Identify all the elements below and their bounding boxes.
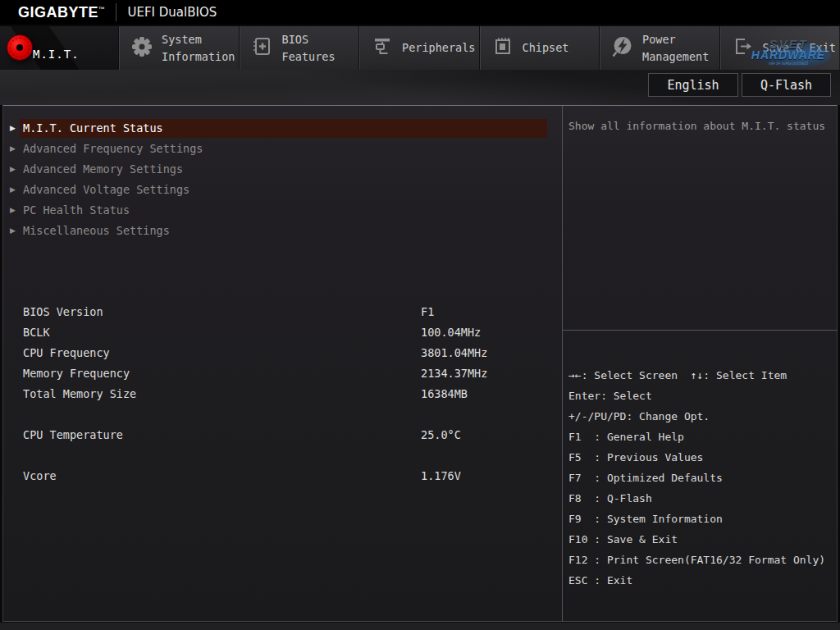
info-row-total-memory-size: Total Memory Size 16384MB xyxy=(3,384,562,404)
qflash-button[interactable]: Q-Flash xyxy=(742,73,831,97)
bottom-edge-strip xyxy=(0,623,840,630)
key-help-line: F9 : System Information xyxy=(568,509,837,529)
system-status-readouts: BIOS Version F1 BCLK 100.04MHz CPU Frequ… xyxy=(3,302,562,486)
menu-item-advanced-memory-settings[interactable]: ▶ Advanced Memory Settings xyxy=(3,159,562,180)
tab-label: System Information xyxy=(162,31,232,66)
status-value: 2134.37MHz xyxy=(421,363,487,384)
tab-label: M.I.T. xyxy=(33,46,80,64)
submenu-arrow-icon: ▶ xyxy=(10,159,16,180)
bios-chip-icon xyxy=(250,34,275,62)
key-help-line: →←: Select Screen ↑↓: Select Item xyxy=(568,365,837,386)
submenu-arrow-icon: ▶ xyxy=(10,118,16,139)
key-help-list: →←: Select Screen ↑↓: Select Item Enter:… xyxy=(563,331,837,591)
tab-chipset[interactable]: Chipset xyxy=(480,26,600,70)
info-row-bclk: BCLK 100.04MHz xyxy=(3,322,562,343)
menu-item-pc-health-status[interactable]: ▶ PC Health Status xyxy=(3,200,562,221)
key-help-line: Enter: Select xyxy=(568,386,837,406)
key-help-line: F7 : Optimized Defaults xyxy=(568,468,837,488)
key-help-line: F10 : Save & Exit xyxy=(568,529,837,550)
status-value: 3801.04MHz xyxy=(421,343,487,363)
submenu-arrow-icon: ▶ xyxy=(10,200,16,221)
status-value: 1.176V xyxy=(421,466,461,486)
info-row-bios-version: BIOS Version F1 xyxy=(3,302,562,322)
submenu-arrow-icon: ▶ xyxy=(10,139,16,159)
main-tab-bar: M.I.T. System Information xyxy=(0,26,840,70)
gauge-icon xyxy=(7,35,32,60)
sub-header-strip: English Q-Flash xyxy=(0,70,840,105)
settings-panel: ▶ M.I.T. Current Status ▶ Advanced Frequ… xyxy=(3,106,562,621)
tab-label: BIOS Features xyxy=(282,31,340,66)
tab-peripherals[interactable]: Peripherals xyxy=(359,26,480,70)
mit-menu-list: ▶ M.I.T. Current Status ▶ Advanced Frequ… xyxy=(3,118,562,241)
key-help-line: ESC : Exit xyxy=(568,570,837,591)
tab-power-management[interactable]: Power Management xyxy=(600,26,720,70)
status-value: 100.04MHz xyxy=(421,322,481,343)
info-row-memory-frequency: Memory Frequency 2134.37MHz xyxy=(3,363,562,384)
key-help-line: F12 : Print Screen(FAT16/32 Format Only) xyxy=(568,550,837,570)
submenu-arrow-icon: ▶ xyxy=(10,221,16,241)
bios-title: UEFI DualBIOS xyxy=(128,5,217,20)
info-row-cpu-temperature: CPU Temperature 25.0°C xyxy=(3,425,562,445)
trademark-symbol: ™ xyxy=(98,6,106,13)
tab-label: Peripherals xyxy=(402,39,475,57)
main-content-area: ▶ M.I.T. Current Status ▶ Advanced Frequ… xyxy=(2,105,838,622)
exit-door-icon xyxy=(731,34,756,62)
tab-mit[interactable]: M.I.T. xyxy=(0,26,119,70)
key-help-line: F8 : Q-Flash xyxy=(568,488,837,509)
tab-save-exit[interactable]: Save & Exit xyxy=(720,26,840,70)
info-row-vcore: Vcore 1.176V xyxy=(3,466,562,486)
tab-label: Chipset xyxy=(523,39,569,57)
item-description: Show all information about M.I.T. status xyxy=(563,106,837,331)
tab-bios-features[interactable]: BIOS Features xyxy=(240,26,360,70)
key-help-line: F1 : General Help xyxy=(568,427,837,447)
language-button[interactable]: English xyxy=(648,73,738,97)
key-help-line: +/-/PU/PD: Change Opt. xyxy=(568,406,837,427)
tab-label: Power Management xyxy=(642,31,718,66)
power-bolt-icon xyxy=(610,34,635,62)
gigabyte-logo: GIGABYTE™ xyxy=(18,4,106,21)
status-value: 16384MB xyxy=(421,384,468,404)
peripheral-device-icon xyxy=(370,34,395,62)
submenu-arrow-icon: ▶ xyxy=(10,180,16,200)
menu-item-miscellaneous-settings[interactable]: ▶ Miscellaneous Settings xyxy=(3,221,562,241)
menu-item-mit-current-status[interactable]: ▶ M.I.T. Current Status xyxy=(3,118,562,139)
menu-item-advanced-voltage-settings[interactable]: ▶ Advanced Voltage Settings xyxy=(3,180,562,200)
menu-item-advanced-frequency-settings[interactable]: ▶ Advanced Frequency Settings xyxy=(3,139,562,159)
status-value: 25.0°C xyxy=(421,425,461,445)
gear-icon xyxy=(130,34,154,62)
status-value: F1 xyxy=(421,302,434,322)
tab-label: Save & Exit xyxy=(763,39,836,57)
header-divider xyxy=(116,3,116,21)
top-header-bar: GIGABYTE™ UEFI DualBIOS xyxy=(0,0,840,25)
key-help-line: F5 : Previous Values xyxy=(568,447,837,468)
chipset-icon xyxy=(491,34,515,62)
help-panel: Show all information about M.I.T. status… xyxy=(562,106,837,621)
tab-system-information[interactable]: System Information xyxy=(119,26,240,70)
info-row-cpu-frequency: CPU Frequency 3801.04MHz xyxy=(3,343,562,363)
